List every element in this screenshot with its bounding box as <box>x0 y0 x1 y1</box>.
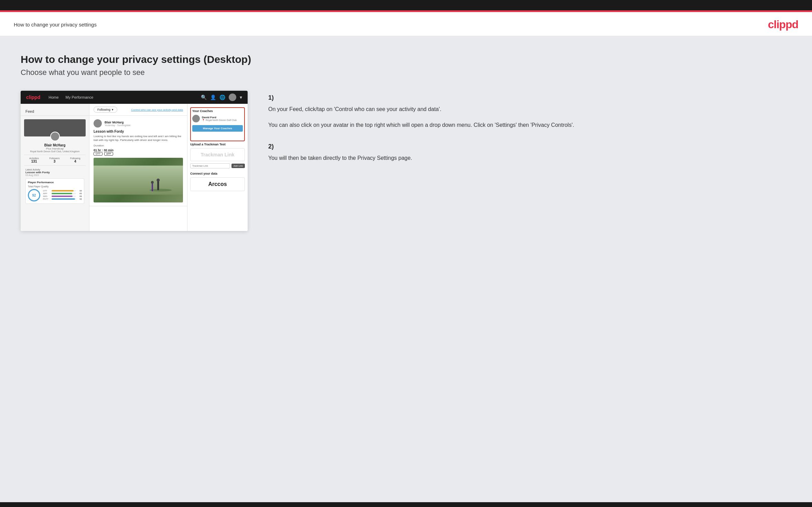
post-author-name: Blair McHarg <box>105 121 131 124</box>
chevron-down-icon[interactable]: ▾ <box>240 95 242 100</box>
stat-activities-value: 131 <box>29 159 39 163</box>
latest-activity-name: Lesson with Fordy <box>25 171 84 174</box>
coach-club-name: Royal North Devon Golf Club <box>206 119 237 121</box>
profile-banner <box>24 119 86 136</box>
tag-ott: OTT <box>94 152 102 156</box>
app-feed: Following ▾ Control who can see your act… <box>89 104 187 231</box>
perf-bar-putt: PUTT 96 <box>43 198 82 200</box>
stat-activities-label: Activities <box>29 157 39 159</box>
step-2-num: 2) <box>268 143 791 150</box>
perf-bars: OTT 90 APP <box>43 190 82 201</box>
post-date: Yesterday · Sunningdale <box>105 124 131 126</box>
app-left-sidebar: Feed Blair McHarg Plus Handicap Royal No… <box>21 104 89 231</box>
trackman-input[interactable] <box>190 163 230 168</box>
coaches-section: Your Coaches David Ford 📍 Royal North De… <box>192 109 243 135</box>
step-1: 1) On your Feed, click/tap on 'Control w… <box>268 94 791 129</box>
app-right-sidebar: Your Coaches David Ford 📍 Royal North De… <box>187 104 248 231</box>
perf-bar-putt-val: 96 <box>77 198 82 200</box>
post-image-svg <box>94 158 183 202</box>
latest-activity-label: Latest Activity <box>25 168 84 171</box>
stat-followers-label: Followers <box>50 157 60 159</box>
coach-info: David Ford 📍 Royal North Devon Golf Club <box>202 116 237 122</box>
avatar[interactable] <box>229 93 236 101</box>
post-author-info: Blair McHarg Yesterday · Sunningdale <box>105 121 131 126</box>
perf-bar-app-val: 85 <box>77 192 82 195</box>
post-author-avatar <box>94 119 102 128</box>
trackman-section-title: Upload a Trackman Test <box>190 143 245 146</box>
perf-bar-arg-track <box>52 196 76 197</box>
stat-following-label: Following <box>70 157 80 159</box>
perf-bar-app-fill <box>52 193 72 194</box>
app-nav-links: Home My Performance <box>48 95 201 99</box>
perf-bar-putt-track <box>52 198 76 200</box>
clippd-logo: clippd <box>768 18 798 31</box>
page-header: How to change your privacy settings clip… <box>0 12 812 36</box>
app-nav-performance[interactable]: My Performance <box>66 95 94 99</box>
following-chevron-icon: ▾ <box>112 108 113 111</box>
coach-item: David Ford 📍 Royal North Devon Golf Club <box>192 115 243 122</box>
latest-activity: Latest Activity Lesson with Fordy 03 Aug… <box>24 168 86 176</box>
add-link-button[interactable]: Add Link <box>231 164 245 168</box>
profile-stats: Activities 131 Followers 3 Following 4 <box>24 155 86 166</box>
post-tags: OTT APP <box>94 152 183 156</box>
connect-section-title: Connect your data <box>190 172 245 175</box>
step-2-text: You will then be taken directly to the P… <box>268 154 791 163</box>
stat-activities: Activities 131 <box>29 157 39 163</box>
perf-bar-ott-fill <box>52 190 74 191</box>
article-subtitle: Choose what you want people to see <box>21 68 791 77</box>
perf-bar-app-track <box>52 193 76 194</box>
app-mockup: clippd Home My Performance 🔍 👤 🌐 ▾ <box>21 91 248 231</box>
stat-followers: Followers 3 <box>50 157 60 163</box>
search-icon[interactable]: 🔍 <box>201 95 207 100</box>
coaches-annotation-box: Your Coaches David Ford 📍 Royal North De… <box>190 107 245 141</box>
svg-point-3 <box>156 179 160 182</box>
perf-bar-ott: OTT 90 <box>43 190 82 192</box>
article-title: How to change your privacy settings (Des… <box>21 54 791 65</box>
coach-name: David Ford <box>202 116 237 119</box>
post-body: Looking to feel like my hands are exitin… <box>94 134 183 142</box>
svg-point-5 <box>151 181 154 184</box>
feed-tab[interactable]: Feed <box>21 107 89 116</box>
tag-app: APP <box>104 152 113 156</box>
trackman-section: Upload a Trackman Test Trackman Link Add… <box>190 143 245 168</box>
perf-bar-arg: ARG 86 <box>43 195 82 197</box>
perf-bar-app-label: APP <box>43 192 51 195</box>
trackman-link-box: Trackman Link <box>190 148 245 161</box>
control-link[interactable]: Control who can see your activity and da… <box>131 108 183 111</box>
perf-row: 92 OTT 90 <box>28 189 82 201</box>
perf-bar-putt-label: PUTT <box>43 198 51 200</box>
perf-bar-ott-track <box>52 190 76 191</box>
page-footer: Copyright Clippd 2022 <box>0 502 812 507</box>
trackman-placeholder: Trackman Link <box>193 152 242 157</box>
manage-coaches-button[interactable]: Manage Your Coaches <box>192 125 243 132</box>
following-button[interactable]: Following ▾ <box>94 107 117 113</box>
location-icon: 📍 <box>202 119 205 121</box>
step-1-num: 1) <box>268 94 791 101</box>
two-col-layout: clippd Home My Performance 🔍 👤 🌐 ▾ <box>21 91 791 231</box>
globe-icon[interactable]: 🌐 <box>219 95 225 100</box>
stat-following: Following 4 <box>70 157 80 163</box>
coach-club: 📍 Royal North Devon Golf Club <box>202 119 237 122</box>
app-nav-icons: 🔍 👤 🌐 ▾ <box>201 93 242 101</box>
profile-avatar <box>50 132 60 141</box>
main-content: How to change your privacy settings (Des… <box>0 36 812 502</box>
connect-section: Connect your data Arccos <box>190 172 245 191</box>
perf-gauge: 92 <box>28 189 40 201</box>
top-bar <box>0 0 812 10</box>
stat-followers-value: 3 <box>50 159 60 163</box>
perf-bar-ott-label: OTT <box>43 190 51 192</box>
app-body: Feed Blair McHarg Plus Handicap Royal No… <box>21 104 248 231</box>
perf-bar-arg-val: 86 <box>77 195 82 197</box>
app-nav-home[interactable]: Home <box>48 95 58 99</box>
feed-header: Following ▾ Control who can see your act… <box>89 104 187 116</box>
feed-post: Blair McHarg Yesterday · Sunningdale Les… <box>89 116 187 206</box>
post-title: Lesson with Fordy <box>94 130 183 133</box>
step-1-text-1: On your Feed, click/tap on 'Control who … <box>268 105 791 114</box>
profile-handicap: Plus Handicap <box>24 147 86 150</box>
arccos-box: Arccos <box>190 177 245 191</box>
post-duration-label: Duration <box>94 144 183 147</box>
page-header-title: How to change your privacy settings <box>14 22 97 27</box>
step-1-text-2: You can also click on your avatar in the… <box>268 121 791 130</box>
person-icon[interactable]: 👤 <box>210 95 216 100</box>
perf-bar-arg-fill <box>52 196 73 197</box>
